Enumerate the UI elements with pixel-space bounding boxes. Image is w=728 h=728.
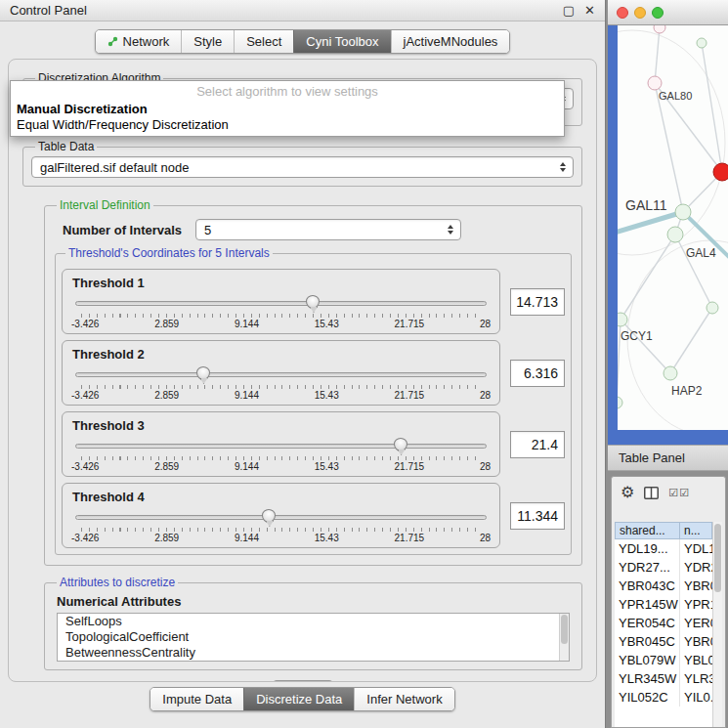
network-canvas[interactable]: GAL80GAL11GAL4GCY1HAP2: [618, 25, 728, 430]
attribute-list-scrollbar[interactable]: [559, 614, 569, 661]
network-node[interactable]: [654, 25, 665, 33]
network-node[interactable]: [697, 38, 707, 48]
scale-label: -3.426: [71, 390, 99, 401]
scale-label: 21.715: [395, 533, 425, 543]
list-item[interactable]: SelfLoops: [58, 614, 569, 629]
control-panel-titlebar: Control Panel ▢ ✕: [0, 0, 605, 21]
algorithm-option-equal-width-frequency-discretization[interactable]: Equal Width/Frequency Discretization: [11, 116, 564, 132]
slider-track[interactable]: [75, 372, 487, 377]
network-node[interactable]: [648, 76, 662, 90]
scale-label: 9.144: [235, 319, 259, 329]
threshold-value-field[interactable]: 21.4: [510, 431, 565, 458]
network-icon: [107, 36, 118, 47]
slider-thumb[interactable]: [262, 509, 276, 523]
slider-track[interactable]: [75, 515, 487, 520]
tab-select[interactable]: Select: [234, 30, 293, 53]
table-row[interactable]: YDL19...YDL1...: [615, 539, 712, 558]
close-window-icon[interactable]: ✕: [584, 4, 595, 17]
network-node[interactable]: [618, 313, 627, 326]
table-panel-header: Table Panel: [608, 445, 728, 471]
slider-track[interactable]: [75, 444, 487, 449]
network-node[interactable]: [713, 163, 728, 181]
table-cell: YBR0...: [679, 577, 712, 595]
threshold-slider[interactable]: [75, 438, 487, 454]
table-row[interactable]: YBL079WYBL0...: [615, 651, 712, 669]
number-of-intervals-select[interactable]: 5: [195, 219, 461, 240]
table-cell: YDL19...: [615, 539, 679, 558]
network-node[interactable]: [675, 204, 691, 220]
node-table[interactable]: shared...n... YDL19...YDL1...YDR27...YDR…: [615, 522, 712, 727]
scale-label: 28: [480, 533, 491, 543]
slider-thumb[interactable]: [196, 366, 210, 380]
algorithm-option-manual-discretization[interactable]: Manual Discretization: [11, 101, 564, 116]
tab-infer-network[interactable]: Infer Network: [354, 688, 453, 710]
apply-row: Apply: [22, 680, 582, 682]
scale-label: 9.144: [235, 533, 259, 543]
columns-icon[interactable]: [644, 487, 659, 499]
network-node[interactable]: [707, 302, 718, 314]
node-label: HAP2: [671, 384, 703, 398]
table-scrollbar[interactable]: [712, 522, 722, 727]
table-row[interactable]: YER054CYER0...: [615, 614, 712, 632]
checkboxes-icon[interactable]: ☑☑: [668, 487, 690, 499]
zoom-traffic-light-icon[interactable]: [652, 7, 664, 19]
close-traffic-light-icon[interactable]: [617, 7, 628, 19]
slider-scale: -3.4262.8599.14415.4321.71528: [71, 533, 491, 543]
list-item[interactable]: BetweennessCentrality: [58, 645, 569, 661]
tab-style[interactable]: Style: [181, 30, 234, 53]
tab-impute-data[interactable]: Impute Data: [150, 688, 243, 710]
tab-label: Impute Data: [162, 692, 232, 707]
threshold-value-field[interactable]: 6.316: [510, 360, 565, 387]
table-row[interactable]: YLR345WYLR3...: [615, 669, 712, 688]
network-node[interactable]: [618, 397, 622, 408]
slider-track[interactable]: [75, 301, 487, 306]
scale-label: 15.43: [315, 319, 339, 329]
network-node[interactable]: [667, 227, 683, 242]
network-graph[interactable]: GAL80GAL11GAL4GCY1HAP2: [618, 25, 728, 430]
gear-icon[interactable]: ⚙: [621, 485, 634, 500]
control-panel-title: Control Panel: [10, 3, 553, 18]
attributes-group: Attributes to discretize Numerical Attri…: [44, 576, 582, 670]
tab-cyni-toolbox[interactable]: Cyni Toolbox: [293, 30, 390, 53]
tab-network[interactable]: Network: [96, 30, 182, 53]
threshold-slider[interactable]: [75, 366, 487, 383]
threshold-list: Threshold 1-3.4262.8599.14415.4321.71528…: [62, 269, 565, 548]
threshold-slider[interactable]: [75, 509, 487, 526]
table-cell: YLR345W: [615, 669, 679, 688]
threshold-label: Threshold 1: [72, 276, 492, 290]
tab-discretize-data[interactable]: Discretize Data: [243, 688, 354, 710]
number-of-intervals-value: 5: [204, 223, 211, 237]
slider-thumb[interactable]: [306, 295, 320, 309]
scale-label: 2.859: [154, 533, 179, 543]
threshold-row: Threshold 3-3.4262.8599.14415.4321.71528…: [62, 411, 565, 477]
minimize-traffic-light-icon[interactable]: [634, 7, 646, 19]
table-data-select[interactable]: galFiltered.sif default node: [31, 156, 574, 178]
network-node[interactable]: [664, 366, 677, 380]
combo-stepper-icon[interactable]: [444, 220, 457, 239]
attribute-list[interactable]: SelfLoopsTopologicalCoefficientBetweenne…: [57, 613, 570, 662]
combo-stepper-icon[interactable]: [556, 157, 570, 177]
discretize-data-panel: Discretization Algorithm Table Data galF…: [8, 59, 597, 682]
slider-scale: -3.4262.8599.14415.4321.71528: [71, 319, 491, 329]
interval-definition-legend: Interval Definition: [57, 198, 153, 212]
scrollbar-thumb[interactable]: [714, 524, 721, 592]
threshold-value-field[interactable]: 11.344: [510, 502, 565, 530]
column-header[interactable]: shared...: [615, 522, 679, 539]
list-item[interactable]: TopologicalCoefficient: [58, 629, 569, 645]
threshold-panel: Threshold 4-3.4262.8599.14415.4321.71528: [62, 483, 500, 548]
column-header[interactable]: n...: [679, 522, 712, 539]
table-row[interactable]: YBR043CYBR0...: [615, 577, 712, 595]
apply-button[interactable]: Apply: [272, 680, 334, 682]
threshold-slider[interactable]: [75, 295, 487, 312]
threshold-value-field[interactable]: 14.713: [510, 288, 565, 316]
network-view-window[interactable]: GAL80GAL11GAL4GCY1HAP2: [608, 0, 728, 445]
slider-thumb[interactable]: [394, 438, 407, 451]
table-row[interactable]: YIL052CYIL0...: [615, 688, 712, 707]
table-row[interactable]: YPR145WYPR1...: [615, 595, 712, 614]
table-row[interactable]: YBR045CYBR0...: [615, 632, 712, 651]
table-row[interactable]: YDR27...YDR2...: [615, 558, 712, 577]
tab-jactivemnodules[interactable]: jActiveMNodules: [391, 30, 510, 53]
scale-label: 2.859: [154, 319, 179, 329]
float-window-icon[interactable]: ▢: [563, 4, 575, 17]
scrollbar-thumb[interactable]: [561, 615, 568, 644]
